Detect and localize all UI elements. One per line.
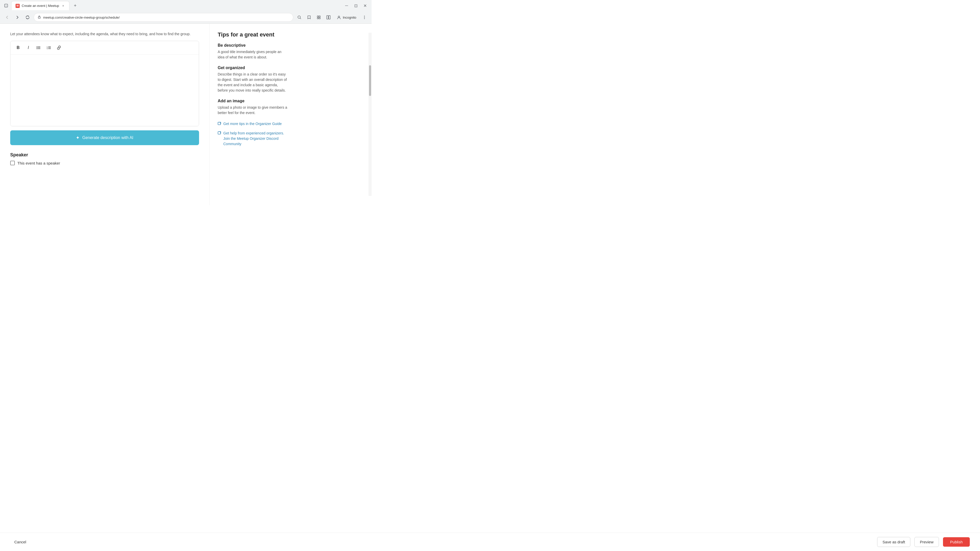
favicon-letter: M [17, 4, 19, 7]
tip-text-organized: Describe things in a clear order so it's… [218, 72, 288, 93]
close-window-button[interactable]: ✕ [361, 2, 369, 9]
address-bar[interactable]: meetup.com/creative-circle-meetup-group/… [34, 13, 293, 22]
tip-item-organized: Get organized Describe things in a clear… [218, 65, 288, 93]
speaker-title: Speaker [10, 152, 199, 158]
svg-rect-4 [317, 16, 318, 17]
discord-community-link[interactable]: Get help from experienced organizers. Jo… [218, 130, 288, 147]
svg-text:1: 1 [6, 5, 7, 7]
forward-button[interactable] [13, 13, 21, 21]
ai-sparkle-icon: ✦ [76, 135, 80, 141]
discord-link-icon [218, 131, 221, 137]
bookmark-button[interactable] [305, 13, 313, 21]
discord-community-label: Get help from experienced organizers. Jo… [223, 130, 288, 147]
svg-rect-6 [317, 17, 318, 19]
tip-item-image: Add an image Upload a photo or image to … [218, 99, 288, 116]
browser-chrome: 1 M Create an event | Meetup × + ─ ⊡ ✕ [0, 0, 372, 24]
maximize-button[interactable]: ⊡ [352, 2, 360, 9]
tab-switcher[interactable]: 1 [3, 3, 9, 9]
search-icon-button[interactable] [295, 13, 304, 21]
svg-rect-26 [218, 122, 221, 125]
extensions-button[interactable] [315, 13, 323, 21]
window-layout-button[interactable] [325, 13, 332, 21]
svg-rect-27 [218, 132, 221, 134]
organizer-guide-label: Get more tips in the Organizer Guide [223, 121, 282, 127]
tip-text-image: Upload a photo or image to give members … [218, 105, 288, 116]
organizer-guide-link-icon [218, 122, 221, 127]
browser-controls: 1 [3, 3, 9, 9]
editor-toolbar: B I 1.2.3. [11, 41, 199, 55]
svg-point-12 [364, 17, 365, 18]
svg-rect-9 [329, 16, 330, 19]
svg-point-15 [37, 48, 38, 48]
url-display: meetup.com/creative-circle-meetup-group/… [43, 16, 290, 19]
editor-body[interactable] [11, 55, 199, 126]
svg-point-11 [364, 16, 365, 17]
speaker-checkbox-label[interactable]: This event has a speaker [18, 161, 60, 165]
address-bar-row: meetup.com/creative-circle-meetup-group/… [0, 11, 372, 24]
speaker-checkbox-row: This event has a speaker [10, 161, 199, 165]
svg-rect-8 [327, 16, 328, 19]
tab-close-button[interactable]: × [61, 4, 65, 8]
tip-item-descriptive: Be descriptive A good title immediately … [218, 43, 288, 60]
browser-titlebar: 1 M Create an event | Meetup × + ─ ⊡ ✕ [0, 0, 372, 11]
tab-title: Create an event | Meetup [22, 4, 59, 8]
numbered-list-button[interactable]: 1.2.3. [45, 44, 53, 52]
browser-actions: Incognito [295, 13, 369, 21]
tab-favicon: M [16, 4, 20, 8]
tip-heading-image: Add an image [218, 99, 288, 103]
svg-point-13 [364, 18, 365, 19]
tips-title: Tips for a great event [218, 32, 288, 38]
back-button[interactable] [3, 13, 11, 21]
bullet-list-button[interactable] [35, 44, 43, 52]
page-content: Let your attendees know what to expect, … [0, 24, 372, 205]
svg-rect-7 [319, 17, 320, 19]
incognito-icon [337, 15, 341, 20]
incognito-badge: Incognito [334, 14, 359, 21]
tip-heading-organized: Get organized [218, 65, 288, 70]
menu-button[interactable] [360, 13, 369, 21]
tip-text-descriptive: A good title immediately gives people an… [218, 49, 288, 60]
speaker-checkbox[interactable] [10, 161, 15, 165]
editor-container: B I 1.2.3. [10, 41, 199, 126]
svg-point-14 [37, 46, 38, 47]
tip-heading-descriptive: Be descriptive [218, 43, 288, 48]
scrollbar-track[interactable] [369, 33, 372, 196]
svg-point-16 [37, 48, 38, 49]
svg-text:3.: 3. [47, 48, 48, 49]
description-hint: Let your attendees know what to expect, … [10, 32, 199, 37]
generate-ai-button[interactable]: ✦ Generate description with AI [10, 130, 199, 145]
scrollbar-thumb[interactable] [369, 65, 371, 96]
organizer-guide-link[interactable]: Get more tips in the Organizer Guide [218, 121, 288, 127]
svg-rect-5 [319, 16, 320, 17]
italic-button[interactable]: I [24, 44, 32, 52]
bold-button[interactable]: B [14, 44, 22, 52]
link-button[interactable] [55, 44, 63, 52]
generate-ai-label: Generate description with AI [82, 135, 133, 140]
incognito-label: Incognito [343, 16, 356, 19]
reload-button[interactable] [24, 13, 32, 21]
svg-rect-2 [38, 17, 40, 18]
speaker-section: Speaker This event has a speaker [10, 152, 199, 165]
lock-icon [38, 15, 41, 20]
active-tab[interactable]: M Create an event | Meetup × [11, 1, 69, 10]
minimize-button[interactable]: ─ [343, 2, 350, 9]
svg-point-10 [338, 16, 340, 17]
sidebar: Tips for a great event Be descriptive A … [209, 24, 296, 205]
new-tab-button[interactable]: + [72, 2, 79, 9]
main-content: Let your attendees know what to expect, … [0, 24, 209, 205]
